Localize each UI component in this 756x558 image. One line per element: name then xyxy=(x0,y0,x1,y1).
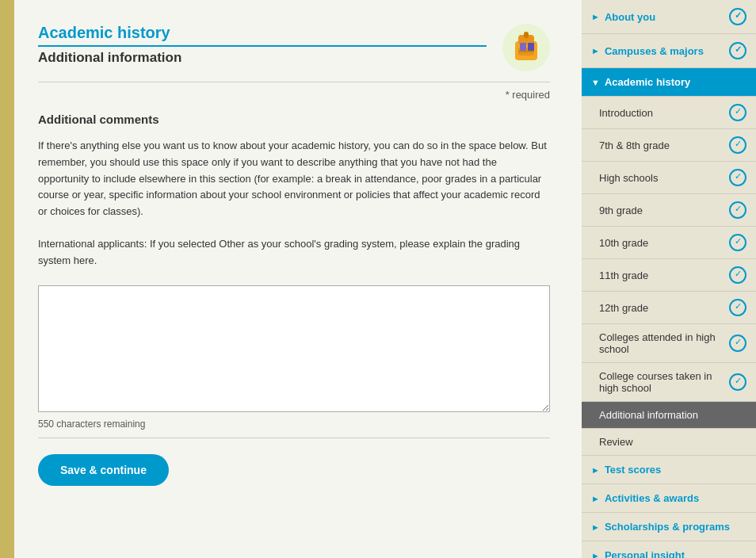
intl-text: International applicants: If you selecte… xyxy=(38,236,550,269)
svg-rect-7 xyxy=(528,43,534,51)
sidebar-label-personal-insight: Personal insight xyxy=(605,549,685,558)
check-icon-campuses xyxy=(729,42,746,59)
sidebar-item-additional-info[interactable]: Additional information xyxy=(582,402,756,429)
sidebar-label-college-courses: College courses taken in high school xyxy=(599,370,729,394)
left-accent-strip xyxy=(0,0,14,558)
sidebar-label-review: Review xyxy=(599,436,633,448)
sidebar-label-12th-grade: 12th grade xyxy=(599,302,648,314)
sidebar-item-about-you[interactable]: ► About you xyxy=(582,0,756,34)
check-icon-9th-grade xyxy=(729,201,746,219)
sidebar-label-high-schools: High schools xyxy=(599,172,658,184)
save-continue-button[interactable]: Save & continue xyxy=(38,454,169,486)
check-icon-colleges-attended xyxy=(729,334,746,352)
check-icon-11th-grade xyxy=(729,266,746,284)
sidebar-label-7th-8th: 7th & 8th grade xyxy=(599,140,670,151)
main-content-area: Academic history Additional information xyxy=(14,0,582,558)
svg-rect-6 xyxy=(520,43,526,51)
sidebar-label-additional-info: Additional information xyxy=(599,409,698,421)
chevron-down-icon: ▼ xyxy=(591,78,600,87)
sidebar-label-activities-awards: Activities & awards xyxy=(605,492,699,504)
chevron-right-icon: ► xyxy=(591,12,600,21)
backpack-icon-container xyxy=(502,24,550,74)
backpack-icon xyxy=(502,24,550,71)
char-remaining-label: 550 characters remaining xyxy=(38,418,550,430)
header-text: Academic history Additional information xyxy=(38,24,487,74)
additional-comments-textarea[interactable] xyxy=(38,285,550,412)
sidebar-label-academic-history: Academic history xyxy=(605,76,690,88)
check-icon-12th-grade xyxy=(729,299,746,316)
sidebar-item-colleges-attended[interactable]: Colleges attended in high school xyxy=(582,324,756,363)
sidebar: ► About you ► Campuses & majors ▼ Academ… xyxy=(582,0,756,558)
sidebar-item-11th-grade[interactable]: 11th grade xyxy=(582,259,756,292)
chevron-right-icon-activities: ► xyxy=(591,494,600,503)
sidebar-label-colleges-attended: Colleges attended in high school xyxy=(599,331,729,355)
sidebar-label-introduction: Introduction xyxy=(599,107,653,119)
header-divider xyxy=(38,82,550,82)
description-text: If there's anything else you want us to … xyxy=(38,138,550,220)
sidebar-label-9th-grade: 9th grade xyxy=(599,204,643,216)
sidebar-label-campuses-majors: Campuses & majors xyxy=(605,45,704,57)
section-title: Additional comments xyxy=(38,113,550,126)
sidebar-label-10th-grade: 10th grade xyxy=(599,237,648,249)
check-icon-7th-8th xyxy=(729,136,746,154)
check-icon-high-schools xyxy=(729,169,746,186)
sidebar-item-personal-insight[interactable]: ► Personal insight xyxy=(582,541,756,558)
sidebar-item-campuses-majors[interactable]: ► Campuses & majors xyxy=(582,34,756,68)
sidebar-item-activities-awards[interactable]: ► Activities & awards xyxy=(582,484,756,513)
sidebar-item-scholarships[interactable]: ► Scholarships & programs xyxy=(582,513,756,541)
sidebar-item-7th-8th-grade[interactable]: 7th & 8th grade xyxy=(582,129,756,162)
check-icon-10th-grade xyxy=(729,234,746,251)
check-icon-college-courses xyxy=(729,373,746,391)
sidebar-label-scholarships: Scholarships & programs xyxy=(605,521,730,533)
svg-rect-3 xyxy=(524,32,529,38)
sidebar-item-high-schools[interactable]: High schools xyxy=(582,162,756,194)
sidebar-item-9th-grade[interactable]: 9th grade xyxy=(582,194,756,227)
check-icon-introduction xyxy=(729,104,746,121)
chevron-right-icon-scholarships: ► xyxy=(591,522,600,532)
header-row: Academic history Additional information xyxy=(38,24,550,74)
page-subtitle: Additional information xyxy=(38,50,487,66)
sidebar-item-test-scores[interactable]: ► Test scores xyxy=(582,456,756,484)
sidebar-label-11th-grade: 11th grade xyxy=(599,269,648,281)
bottom-divider xyxy=(38,438,550,438)
comment-textarea-wrapper xyxy=(38,285,550,415)
sidebar-item-introduction[interactable]: Introduction xyxy=(582,97,756,129)
sidebar-section-academic-history[interactable]: ▼ Academic history xyxy=(582,68,756,97)
sidebar-item-10th-grade[interactable]: 10th grade xyxy=(582,227,756,259)
required-label: * required xyxy=(38,89,550,101)
check-icon-about-you xyxy=(729,8,746,25)
chevron-right-icon-personal: ► xyxy=(591,551,600,559)
page-title: Academic history xyxy=(38,24,487,47)
chevron-right-icon-test: ► xyxy=(591,465,600,475)
chevron-right-icon-campuses: ► xyxy=(591,46,600,55)
sidebar-item-review[interactable]: Review xyxy=(582,429,756,456)
sidebar-label-test-scores: Test scores xyxy=(605,464,661,476)
sidebar-item-12th-grade[interactable]: 12th grade xyxy=(582,292,756,324)
sidebar-label-about-you: About you xyxy=(605,11,655,23)
sidebar-item-college-courses[interactable]: College courses taken in high school xyxy=(582,363,756,402)
